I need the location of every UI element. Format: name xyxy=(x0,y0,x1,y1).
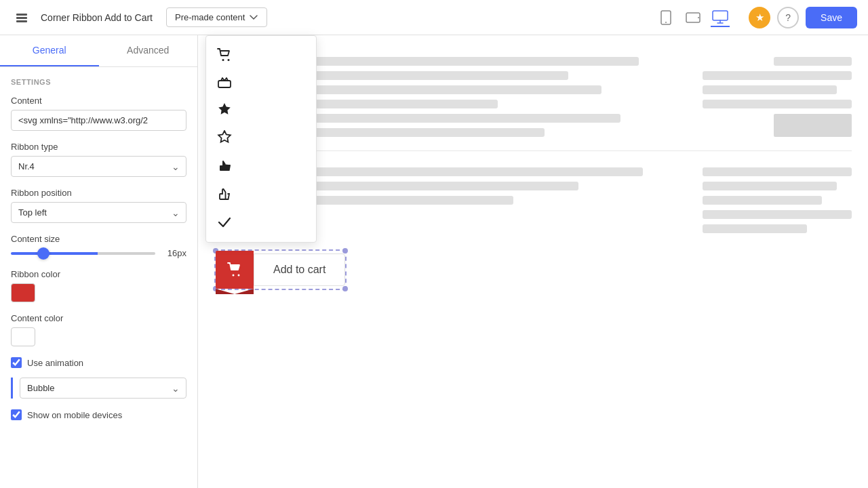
use-animation-checkbox[interactable] xyxy=(11,357,22,368)
premade-content-dropdown[interactable]: Pre-made content xyxy=(166,7,267,27)
right-skeleton xyxy=(703,54,852,137)
skeleton-line xyxy=(703,224,807,233)
dropdown-item-star-filled[interactable] xyxy=(206,96,316,123)
content-color-swatch[interactable] xyxy=(11,327,35,346)
premade-label: Pre-made content xyxy=(175,12,245,22)
ribbon-type-select[interactable]: Nr.4 Nr.1 Nr.2 Nr.3 xyxy=(11,156,186,177)
skeleton-line xyxy=(703,71,852,80)
second-left-text xyxy=(254,165,686,233)
mobile-icon[interactable] xyxy=(656,8,675,27)
animation-type-field: Bubble Pulse Shake None xyxy=(11,378,186,399)
tablet-icon[interactable] xyxy=(684,8,703,27)
ribbon-badge xyxy=(216,251,254,289)
tabs: General Advanced xyxy=(0,35,197,67)
add-to-cart-button[interactable]: Add to cart xyxy=(254,253,345,286)
svg-rect-2 xyxy=(16,20,27,22)
main-layout: General Advanced SETTINGS Content Ribbon… xyxy=(0,35,868,488)
dropdown-item-thumbs-up-1[interactable] xyxy=(206,151,316,180)
skeleton-line xyxy=(703,85,837,94)
skeleton-line xyxy=(703,210,852,219)
section-label: SETTINGS xyxy=(11,78,186,86)
page-title: Corner Ribbon Add to Cart xyxy=(41,12,153,23)
premade-content-dropdown-menu xyxy=(205,35,317,243)
selection-box: Add to cart xyxy=(214,249,347,290)
second-right xyxy=(703,165,852,233)
svg-rect-10 xyxy=(218,81,231,87)
content-size-slider[interactable] xyxy=(11,252,155,255)
content-label: Content xyxy=(11,96,186,106)
ribbon-position-field: Ribbon position Top left Top right Botto… xyxy=(11,188,186,223)
content-input[interactable] xyxy=(11,110,186,131)
dropdown-item-basket[interactable] xyxy=(206,68,316,96)
svg-point-12 xyxy=(238,274,240,277)
skeleton-line xyxy=(703,167,852,176)
topbar-actions: ★ ? Save xyxy=(749,7,857,28)
ribbon-color-swatch[interactable] xyxy=(11,283,35,302)
left-panel: General Advanced SETTINGS Content Ribbon… xyxy=(0,35,198,488)
animation-type-wrapper: Bubble Pulse Shake None xyxy=(20,378,186,399)
star-button[interactable]: ★ xyxy=(749,7,770,28)
ribbon-type-label: Ribbon type xyxy=(11,142,186,152)
dropdown-item-cart[interactable] xyxy=(206,41,316,68)
dropdown-item-check[interactable] xyxy=(206,208,316,237)
svg-point-4 xyxy=(665,22,667,23)
svg-point-6 xyxy=(698,17,699,18)
content-color-label: Content color xyxy=(11,313,186,323)
dropdown-item-star-outline[interactable] xyxy=(206,123,316,151)
ribbon-type-wrapper: Nr.4 Nr.1 Nr.2 Nr.3 xyxy=(11,156,186,177)
svg-rect-1 xyxy=(16,17,27,19)
show-mobile-row: Show on mobile devices xyxy=(11,409,186,420)
show-mobile-checkbox[interactable] xyxy=(11,409,22,420)
svg-rect-7 xyxy=(713,11,728,20)
use-animation-label[interactable]: Use animation xyxy=(27,358,83,368)
desktop-icon[interactable] xyxy=(711,8,730,27)
add-to-cart-section: Add to cart xyxy=(214,249,852,290)
content-size-field: Content size 16px xyxy=(11,234,186,258)
skeleton-line xyxy=(703,100,852,108)
ribbon-position-wrapper: Top left Top right Bottom left Bottom ri… xyxy=(11,202,186,223)
skeleton-line xyxy=(774,57,852,66)
content-color-field: Content color xyxy=(11,313,186,346)
dropdown-item-thumbs-up-2[interactable] xyxy=(206,180,316,208)
tab-general[interactable]: General xyxy=(0,35,99,66)
ribbon-color-label: Ribbon color xyxy=(11,269,186,279)
selection-handle-tr xyxy=(342,248,348,253)
slider-row: 16px xyxy=(11,248,186,258)
svg-rect-0 xyxy=(16,14,27,16)
ribbon-position-label: Ribbon position xyxy=(11,188,186,198)
svg-point-11 xyxy=(233,274,235,277)
skeleton-block xyxy=(774,114,852,137)
tab-advanced[interactable]: Advanced xyxy=(99,35,198,66)
device-icons xyxy=(656,8,730,27)
save-button[interactable]: Save xyxy=(806,7,857,28)
panel-content: SETTINGS Content Ribbon type Nr.4 Nr.1 N… xyxy=(0,67,197,488)
content-size-value: 16px xyxy=(162,248,186,258)
back-button[interactable] xyxy=(11,7,33,28)
ribbon-color-field: Ribbon color xyxy=(11,269,186,302)
use-animation-row: Use animation xyxy=(11,357,186,368)
svg-point-8 xyxy=(222,59,224,61)
content-field: Content xyxy=(11,96,186,131)
show-mobile-label[interactable]: Show on mobile devices xyxy=(27,410,122,420)
ribbon-cart-icon xyxy=(227,262,242,277)
skeleton-line xyxy=(703,182,837,190)
animation-type-select[interactable]: Bubble Pulse Shake None xyxy=(20,378,186,399)
selection-handle-br xyxy=(342,286,348,291)
help-button[interactable]: ? xyxy=(777,7,799,28)
ribbon-type-field: Ribbon type Nr.4 Nr.1 Nr.2 Nr.3 xyxy=(11,142,186,177)
content-size-label: Content size xyxy=(11,234,186,244)
ribbon-position-select[interactable]: Top left Top right Bottom left Bottom ri… xyxy=(11,202,186,223)
svg-point-9 xyxy=(228,59,230,61)
skeleton-line xyxy=(703,196,822,205)
topbar: Corner Ribbon Add to Cart Pre-made conte… xyxy=(0,0,868,35)
